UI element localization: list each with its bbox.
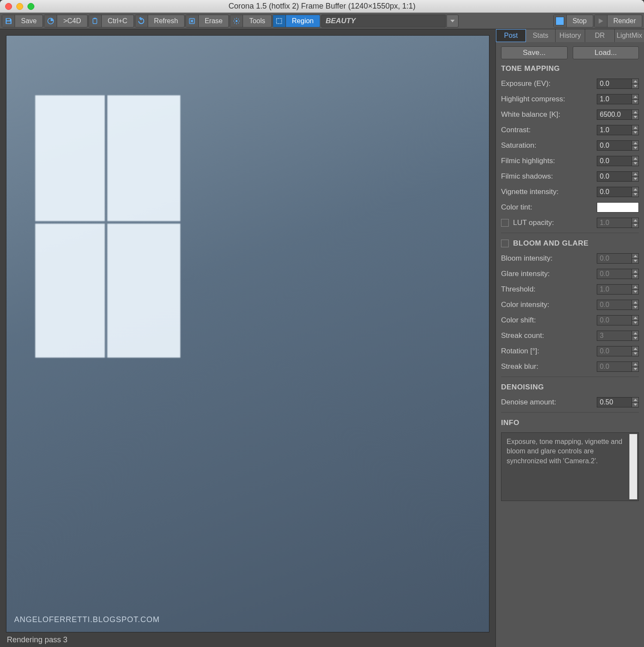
color-tint-swatch[interactable] (597, 202, 639, 213)
saturation-spinner[interactable] (597, 140, 639, 151)
spinner-up-icon[interactable] (632, 331, 638, 336)
spinner-up-icon[interactable] (632, 300, 638, 305)
spinner-up-icon[interactable] (632, 269, 638, 274)
highlight-compress-input[interactable] (597, 94, 632, 104)
spinner-down-icon[interactable] (632, 192, 638, 197)
spinner-down-icon[interactable] (632, 223, 638, 228)
filmic-shadows-spinner[interactable] (597, 171, 639, 182)
filmic-highlights-spinner[interactable] (597, 156, 639, 166)
panel-load-button[interactable]: Load... (573, 46, 639, 59)
tab-history[interactable]: History (556, 29, 585, 42)
color-shift-spinner[interactable] (597, 315, 639, 325)
spinner-up-icon[interactable] (632, 316, 638, 321)
render-view[interactable]: ANGELOFERRETTI.BLOGSPOT.COM (6, 35, 489, 632)
spinner-up-icon[interactable] (632, 398, 638, 403)
spinner-down-icon[interactable] (632, 161, 638, 166)
rotation-input[interactable] (597, 346, 632, 356)
panel-save-button[interactable]: Save... (501, 46, 568, 59)
spinner-up-icon[interactable] (632, 79, 638, 84)
streak-count-input[interactable] (597, 331, 632, 341)
vignette-intensity-input[interactable] (597, 187, 632, 197)
bloom-intensity-spinner[interactable] (597, 253, 639, 264)
streak-blur-spinner[interactable] (597, 361, 639, 372)
tab-lightmix[interactable]: LightMix (615, 29, 644, 42)
spinner-down-icon[interactable] (632, 367, 638, 372)
tab-stats[interactable]: Stats (526, 29, 556, 42)
spinner-up-icon[interactable] (632, 218, 638, 223)
denoise-spinner[interactable] (597, 397, 639, 407)
spinner-down-icon[interactable] (632, 403, 638, 407)
vignette-intensity-spinner[interactable] (597, 187, 639, 197)
spinner-down-icon[interactable] (632, 100, 638, 104)
erase-button[interactable]: Erase (185, 15, 229, 27)
glare-intensity-spinner[interactable] (597, 269, 639, 279)
spinner-up-icon[interactable] (632, 362, 638, 367)
c4d-button[interactable]: >C4D (44, 15, 87, 27)
color-shift-input[interactable] (597, 315, 632, 325)
bloom-intensity-input[interactable] (597, 253, 632, 264)
spinner-up-icon[interactable] (632, 346, 638, 352)
tab-dr[interactable]: DR (585, 29, 615, 42)
minimize-icon[interactable] (16, 3, 23, 10)
spinner-down-icon[interactable] (632, 177, 638, 182)
threshold-input[interactable] (597, 284, 632, 295)
save-button[interactable]: Save (2, 15, 43, 27)
maximize-icon[interactable] (27, 3, 34, 10)
spinner-down-icon[interactable] (632, 274, 638, 279)
stop-button[interactable]: Stop (553, 15, 593, 27)
white-balance-k-input[interactable] (597, 109, 632, 120)
exposure-ev-spinner[interactable] (597, 79, 639, 89)
saturation-input[interactable] (597, 140, 632, 151)
spinner-down-icon[interactable] (632, 115, 638, 120)
denoise-input[interactable] (597, 397, 632, 407)
contrast-spinner[interactable] (597, 125, 639, 135)
color-intensity-spinner[interactable] (597, 300, 639, 310)
lut-opacity-spinner[interactable] (597, 218, 639, 228)
tab-post[interactable]: Post (496, 29, 526, 42)
render-pass-select[interactable]: BEAUTY (321, 15, 446, 27)
region-button[interactable]: Region (273, 15, 320, 27)
spinner-down-icon[interactable] (632, 305, 638, 310)
lut-opacity-input[interactable] (597, 218, 632, 228)
spinner-down-icon[interactable] (632, 131, 638, 135)
spinner-down-icon[interactable] (632, 146, 638, 151)
spinner-down-icon[interactable] (632, 84, 638, 89)
spinner-up-icon[interactable] (632, 187, 638, 192)
streak-count-spinner[interactable] (597, 331, 639, 341)
filmic-shadows-input[interactable] (597, 171, 632, 182)
rotation-spinner[interactable] (597, 346, 639, 356)
spinner-down-icon[interactable] (632, 352, 638, 356)
exposure-ev-input[interactable] (597, 79, 632, 89)
spinner-up-icon[interactable] (632, 285, 638, 290)
color-intensity-label: Color intensity: (501, 301, 597, 309)
spinner-up-icon[interactable] (632, 254, 638, 259)
info-scrollbar[interactable] (629, 434, 637, 499)
spinner-up-icon[interactable] (632, 94, 638, 100)
tools-button[interactable]: Tools (230, 15, 271, 27)
lut-checkbox[interactable] (501, 219, 509, 227)
toolbar: Save >C4D Ctrl+C Refresh Erase Tools Reg… (0, 13, 644, 29)
copy-button[interactable]: Ctrl+C (88, 15, 134, 27)
spinner-up-icon[interactable] (632, 141, 638, 146)
bloom-checkbox[interactable] (501, 240, 509, 247)
filmic-highlights-input[interactable] (597, 156, 632, 166)
spinner-down-icon[interactable] (632, 259, 638, 264)
spinner-up-icon[interactable] (632, 125, 638, 131)
color-intensity-input[interactable] (597, 300, 632, 310)
glare-intensity-input[interactable] (597, 269, 632, 279)
refresh-button[interactable]: Refresh (135, 15, 185, 27)
white-balance-k-spinner[interactable] (597, 109, 639, 120)
close-icon[interactable] (5, 3, 12, 10)
spinner-up-icon[interactable] (632, 172, 638, 177)
spinner-up-icon[interactable] (632, 110, 638, 115)
threshold-spinner[interactable] (597, 284, 639, 295)
render-pass-dropdown[interactable] (447, 15, 459, 27)
contrast-input[interactable] (597, 125, 632, 135)
spinner-down-icon[interactable] (632, 336, 638, 341)
spinner-down-icon[interactable] (632, 290, 638, 295)
highlight-compress-spinner[interactable] (597, 94, 639, 104)
spinner-up-icon[interactable] (632, 156, 638, 161)
streak-blur-input[interactable] (597, 361, 632, 372)
spinner-down-icon[interactable] (632, 321, 638, 325)
render-button[interactable]: Render (594, 15, 642, 27)
